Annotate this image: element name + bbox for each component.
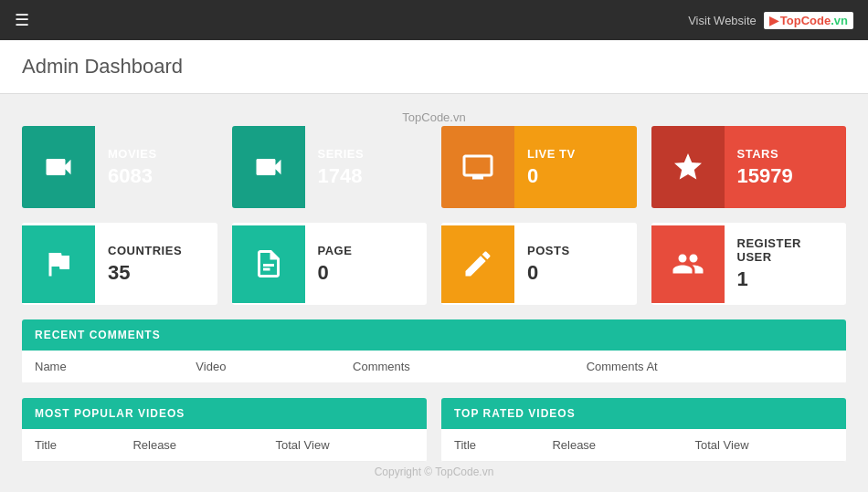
register-user-icon xyxy=(651,225,725,303)
page-title-area: Admin Dashboard xyxy=(0,40,868,94)
livetv-icon xyxy=(441,126,514,208)
stats-row-1: MOVIES 6083 SERIES 1748 LIVE TV 0 xyxy=(22,126,846,208)
main-content: TopCode.vn MOVIES 6083 SERIES 1748 xyxy=(0,94,868,492)
logo-icon: ▶ xyxy=(769,14,778,27)
top-rated-panel: TOP RATED VIDEOS Title Release Total Vie… xyxy=(441,398,846,462)
page-title: Admin Dashboard xyxy=(22,55,846,79)
mp-col-release: Release xyxy=(120,429,262,462)
logo-box[interactable]: ▶ TopCode .vn xyxy=(764,12,853,29)
stat-card-livetv[interactable]: LIVE TV 0 xyxy=(441,126,637,208)
header-right: Visit Website ▶ TopCode .vn xyxy=(688,12,853,29)
stat-card-register-user[interactable]: REGISTER USER 1 xyxy=(651,223,847,305)
register-user-label: REGISTER USER xyxy=(737,236,834,264)
top-rated-header: TOP RATED VIDEOS xyxy=(441,398,846,429)
mp-col-views: Total View xyxy=(263,429,427,462)
stat-card-countries[interactable]: COUNTRIES 35 xyxy=(22,223,217,305)
logo-domain: .vn xyxy=(831,14,848,27)
posts-value: 0 xyxy=(527,261,624,285)
countries-label: COUNTRIES xyxy=(108,244,205,257)
stat-card-page[interactable]: PAGE 0 xyxy=(232,223,428,305)
logo-text: TopCode xyxy=(780,14,831,27)
stat-card-movies[interactable]: MOVIES 6083 xyxy=(22,126,217,208)
series-info: SERIES 1748 xyxy=(305,126,428,208)
recent-comments-header: RECENT COMMENTS xyxy=(22,319,846,351)
top-rated-header-row: Title Release Total View xyxy=(441,429,846,462)
stat-card-series[interactable]: SERIES 1748 xyxy=(232,126,428,208)
most-popular-panel: MOST POPULAR VIDEOS Title Release Total … xyxy=(22,398,427,462)
movies-label: MOVIES xyxy=(108,147,205,161)
tr-col-views: Total View xyxy=(683,429,846,462)
col-comments-at: Comments At xyxy=(574,351,846,383)
top-rated-table: Title Release Total View xyxy=(441,429,846,462)
stars-label: STARS xyxy=(737,147,834,161)
movies-info: MOVIES 6083 xyxy=(95,126,217,208)
countries-value: 35 xyxy=(108,261,205,285)
recent-comments-body: Name Video Comments Comments At xyxy=(22,351,846,383)
recent-comments-header-row: Name Video Comments Comments At xyxy=(22,351,846,383)
register-user-info: REGISTER USER 1 xyxy=(725,225,847,303)
recent-comments-panel: RECENT COMMENTS Name Video Comments Comm… xyxy=(22,319,846,383)
tr-col-release: Release xyxy=(539,429,682,462)
movies-icon xyxy=(22,126,95,208)
posts-icon xyxy=(441,225,514,303)
watermark: TopCode.vn xyxy=(22,105,846,126)
series-label: SERIES xyxy=(318,147,415,161)
movies-value: 6083 xyxy=(108,164,205,188)
most-popular-body: Title Release Total View xyxy=(22,429,427,462)
mp-col-title: Title xyxy=(22,429,120,462)
most-popular-header: MOST POPULAR VIDEOS xyxy=(22,398,427,429)
menu-icon[interactable]: ☰ xyxy=(15,10,29,30)
header: ☰ Visit Website ▶ TopCode .vn xyxy=(0,0,868,40)
series-icon xyxy=(232,126,305,208)
livetv-info: LIVE TV 0 xyxy=(514,126,637,208)
stat-card-stars[interactable]: STARS 15979 xyxy=(651,126,847,208)
most-popular-table: Title Release Total View xyxy=(22,429,427,462)
col-comments: Comments xyxy=(340,351,574,383)
tr-col-title: Title xyxy=(441,429,539,462)
page-info: PAGE 0 xyxy=(305,225,428,303)
copyright: Copyright © TopCode.vn xyxy=(22,462,846,482)
col-video: Video xyxy=(183,351,340,383)
recent-comments-table: Name Video Comments Comments At xyxy=(22,351,846,383)
page-label: PAGE xyxy=(318,244,415,257)
stats-row-2: COUNTRIES 35 PAGE 0 POSTS 0 xyxy=(22,223,846,305)
stars-icon xyxy=(651,126,725,208)
stat-card-posts[interactable]: POSTS 0 xyxy=(441,223,637,305)
top-rated-body: Title Release Total View xyxy=(441,429,846,462)
most-popular-header-row: Title Release Total View xyxy=(22,429,427,462)
livetv-label: LIVE TV xyxy=(527,147,624,161)
countries-icon xyxy=(22,225,95,303)
stars-info: STARS 15979 xyxy=(725,126,847,208)
page-value: 0 xyxy=(318,261,415,285)
posts-label: POSTS xyxy=(527,244,624,257)
col-name: Name xyxy=(22,351,183,383)
posts-info: POSTS 0 xyxy=(514,225,637,303)
countries-info: COUNTRIES 35 xyxy=(95,225,217,303)
stars-value: 15979 xyxy=(737,164,834,188)
series-value: 1748 xyxy=(318,164,415,188)
visit-website-label: Visit Website xyxy=(688,14,757,27)
header-left: ☰ xyxy=(15,10,29,30)
bottom-row: MOST POPULAR VIDEOS Title Release Total … xyxy=(22,398,846,462)
page-icon xyxy=(232,225,305,303)
register-user-value: 1 xyxy=(737,267,834,291)
livetv-value: 0 xyxy=(527,164,624,188)
